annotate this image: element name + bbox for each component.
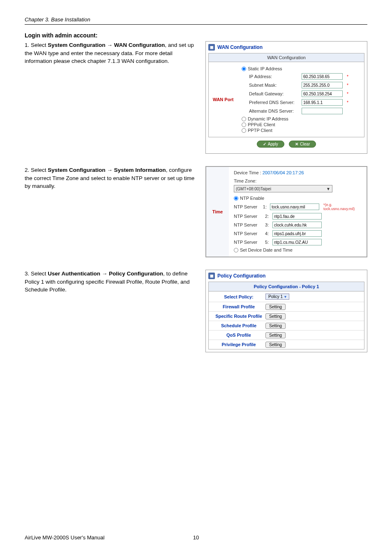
ntp-number: 4: [265,231,270,236]
ntp-server-input[interactable] [272,239,322,245]
ntp-server-input[interactable] [272,213,322,220]
ntp-label: NTP Server [234,204,261,209]
radio-static-ip[interactable]: Static IP Address [242,66,360,71]
ntp-server-row: NTP Server2: [234,213,362,220]
step-bold2: WAN Configuration [114,42,165,48]
time-section-label: Time [206,167,229,257]
radio-set-date[interactable]: Set Device Date and Time [234,247,362,252]
step-pre: Select [31,167,48,173]
timezone-select[interactable]: (GMT+08:00)Taipei▼ [234,185,332,192]
field-label-ip: IP Address: [249,74,298,79]
radio-label: Static IP Address [248,66,282,71]
ntp-number: 3: [265,222,270,227]
field-label-gw: Default Gateway: [249,91,298,96]
radio-input[interactable] [242,123,246,127]
chevron-down-icon: ▾ [284,294,286,299]
step-number: 1. [25,42,29,48]
policy-row: Select Policy:Policy 1▾ [209,291,364,302]
radio-input[interactable] [234,248,238,252]
ntp-server-input[interactable] [270,204,319,210]
policy-select[interactable]: Policy 1▾ [265,294,289,300]
setting-button[interactable]: Setting [265,304,286,310]
subnet-mask-input[interactable] [302,82,343,88]
radio-input[interactable] [242,67,246,71]
btn-label: Clear [300,142,310,146]
panel-icon: ▦ [208,273,215,279]
step-pre: Select [31,42,48,48]
check-icon: ✓ [263,142,266,146]
divider [25,24,367,25]
policy-row-label: Select Policy: [212,294,265,299]
radio-label: Dynamic IP Address [248,116,288,121]
policy-row: Schedule ProfileSetting [209,321,364,331]
step-bold1: User Authentication [48,271,100,277]
ntp-label: NTP Server [234,240,263,245]
dns1-input[interactable] [302,99,343,106]
timezone-label: Time Zone: [234,178,362,183]
radio-input[interactable] [242,117,246,121]
policy-row-label: Privilege Profile [212,342,265,347]
ntp-number: 2: [265,214,270,219]
setting-button[interactable]: Setting [265,332,286,338]
page-number: 10 [193,534,199,541]
clear-button[interactable]: ✕Clear [289,141,316,148]
setting-button[interactable]: Setting [265,342,286,348]
device-time-value: 2007/06/04 20:17:26 [263,170,304,175]
arrow-icon: → [100,271,109,277]
ntp-hint: *(e.g. tock.usno.navy.mil) [323,203,362,211]
radio-input[interactable] [234,196,238,201]
select-value: Policy 1 [268,294,283,299]
panel-icon: ▦ [208,44,215,51]
radio-ntp-enable[interactable]: NTP Enable [234,196,362,201]
wan-port-label: WAN Port [209,62,238,137]
radio-input[interactable] [242,128,246,133]
btn-label: Apply [268,142,278,146]
ntp-label: NTP Server [234,231,263,236]
policy-row: Specific Route ProfileSetting [209,312,364,321]
field-label-dns1: Preferred DNS Server: [249,100,298,105]
login-heading: Login with admin account: [25,32,367,39]
radio-pptp[interactable]: PPTP Client [242,128,360,133]
step-pre: Select [31,271,48,277]
panel-title: Policy Configuration [217,273,265,279]
policy-row: QoS ProfileSetting [209,331,364,340]
step-number: 3. [25,271,29,277]
required-star: * [347,100,348,105]
policy-row-label: Schedule Profile [212,323,265,328]
setting-button[interactable]: Setting [265,313,286,319]
time-panel: Time Device Time : 2007/06/04 20:17:26 T… [205,166,367,257]
policy-row-label: Specific Route Profile [212,314,265,319]
required-star: * [347,83,348,88]
chevron-down-icon: ▼ [326,187,330,191]
arrow-icon: → [106,42,114,48]
radio-pppoe[interactable]: PPPoE Client [242,122,360,127]
ntp-server-row: NTP Server5: [234,239,362,245]
wan-section-title: WAN Configuration [209,53,364,62]
ip-address-input[interactable] [302,73,343,80]
setting-button[interactable]: Setting [265,323,286,329]
footer-left: AirLive MW-2000S User's Manual [25,534,104,541]
policy-row-label: QoS Profile [212,333,265,338]
radio-dynamic-ip[interactable]: Dynamic IP Address [242,116,360,121]
step-number: 2. [25,167,29,173]
step-bold2: Policy Configuration [109,271,163,277]
panel-title: WAN Configuration [217,44,263,50]
ntp-label: NTP Server [234,214,263,219]
radio-label: NTP Enable [240,196,264,201]
policy-panel: ▦ Policy Configuration Policy Configurat… [205,270,367,352]
ntp-server-row: NTP Server1:*(e.g. tock.usno.navy.mil) [234,203,362,211]
step-2-text: 2. Select System Configuration → System … [25,166,197,257]
page-footer: AirLive MW-2000S User's Manual 10 [25,534,367,541]
apply-button[interactable]: ✓Apply [257,141,284,148]
step-bold2: System Information [114,167,166,173]
timezone-value: (GMT+08:00)Taipei [236,187,271,191]
radio-label: PPPoE Client [248,122,275,127]
required-star: * [347,92,348,96]
gateway-input[interactable] [302,90,343,97]
dns2-input[interactable] [302,108,343,114]
ntp-server-input[interactable] [272,222,322,228]
x-icon: ✕ [295,142,298,146]
ntp-server-input[interactable] [272,230,322,237]
policy-row-label: Firewall Profile [212,304,265,309]
required-star: * [347,74,348,79]
